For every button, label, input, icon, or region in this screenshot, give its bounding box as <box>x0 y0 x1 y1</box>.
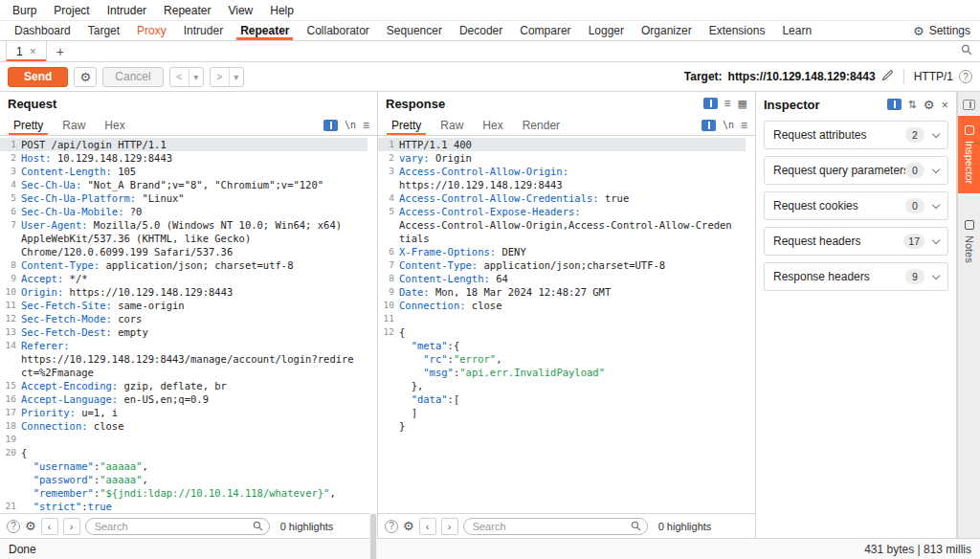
menu-item[interactable]: Repeater <box>155 2 219 19</box>
main-tab[interactable]: Logger <box>580 21 633 40</box>
main-tab[interactable]: Comparer <box>511 21 579 40</box>
main-tab[interactable]: Sequencer <box>378 21 451 40</box>
gear-icon: ⚙ <box>80 71 92 83</box>
chevron-down-icon: ▾ <box>189 68 203 86</box>
inspector-section[interactable]: Request query parameters 0 <box>764 156 948 185</box>
menubar: Burp Project Intruder Repeater View Help <box>0 0 980 21</box>
session-tab-1[interactable]: 1 × <box>6 41 47 61</box>
main-tab[interactable]: Intruder <box>175 21 232 40</box>
main-tab[interactable]: Dashboard <box>6 21 79 40</box>
request-panel-title: Request <box>8 97 56 111</box>
request-view-tab[interactable]: Pretty <box>4 115 53 135</box>
forward-icon: > <box>211 68 230 86</box>
edit-target-icon[interactable] <box>881 69 894 84</box>
search-icon <box>631 521 641 533</box>
settings-label: Settings <box>929 24 970 37</box>
next-match-button[interactable]: › <box>441 518 458 535</box>
menu-item[interactable]: Help <box>261 2 302 19</box>
status-text: Done <box>9 543 36 556</box>
add-tab-button[interactable]: + <box>47 41 74 61</box>
inspector-layout-icon[interactable] <box>887 99 902 110</box>
inspector-settings-icon[interactable]: ⚙ <box>924 99 935 111</box>
show-newlines-icon[interactable]: \n <box>723 120 734 130</box>
response-panel: Response ≡ ▦ Pretty Raw Hex <box>378 92 756 538</box>
send-settings-button[interactable]: ⚙ <box>74 67 97 87</box>
side-tab[interactable]: Notes <box>958 211 980 273</box>
side-tab[interactable]: Inspector <box>958 116 980 193</box>
main-tab[interactable]: Extensions <box>701 21 774 40</box>
help-icon[interactable]: ? <box>7 520 20 533</box>
response-view-tab[interactable]: Pretty <box>382 115 431 135</box>
search-settings-icon[interactable]: ⚙ <box>403 520 414 532</box>
next-match-button[interactable]: › <box>63 518 80 535</box>
response-panel-title: Response <box>386 97 445 111</box>
prev-match-button[interactable]: ‹ <box>419 518 436 535</box>
close-tab-icon[interactable]: × <box>30 45 36 58</box>
inspector-section-label: Request attributes <box>773 128 905 142</box>
layout-columns-icon[interactable] <box>703 98 718 109</box>
status-bar: Done 431 bytes | 813 millis <box>0 538 980 559</box>
syntax-view-icon[interactable] <box>702 120 716 131</box>
request-view-tab[interactable]: Hex <box>95 115 134 135</box>
search-settings-icon[interactable]: ⚙ <box>25 520 36 532</box>
menu-item[interactable]: View <box>219 2 261 19</box>
help-icon[interactable]: ? <box>385 520 398 533</box>
menu-item[interactable]: Burp <box>4 2 45 19</box>
syntax-view-icon[interactable] <box>323 120 338 131</box>
back-history-button[interactable]: < ▾ <box>169 67 204 87</box>
response-view-tab[interactable]: Render <box>513 115 569 135</box>
cancel-button[interactable]: Cancel <box>102 67 163 87</box>
side-tab-icon <box>965 220 974 230</box>
layout-grid-icon[interactable]: ▦ <box>738 99 747 109</box>
main-tab[interactable]: Learn <box>773 21 820 40</box>
editor-menu-icon[interactable]: ≡ <box>363 120 369 131</box>
close-icon[interactable]: × <box>941 98 948 112</box>
chevron-down-icon <box>932 271 940 279</box>
request-search-bar: ? ⚙ ‹ › 0 highlights <box>0 513 377 538</box>
inspector-section[interactable]: Request attributes 2 <box>764 121 948 149</box>
main-tab[interactable]: Decoder <box>451 21 511 40</box>
collapse-all-icon[interactable]: ⇅ <box>908 100 917 110</box>
repeater-toolbar: Send ⚙ Cancel < ▾ > ▾ Target: https://10… <box>0 62 980 92</box>
back-icon: < <box>170 68 189 86</box>
main-tab[interactable]: Proxy <box>128 21 175 40</box>
dock-panel-icon[interactable] <box>963 100 975 110</box>
request-scrollbar[interactable] <box>369 513 377 559</box>
main-tab-bar: Dashboard Target Proxy Intruder Repeater… <box>0 21 980 41</box>
editor-menu-icon[interactable]: ≡ <box>741 120 747 131</box>
request-search-input[interactable] <box>85 518 270 535</box>
prev-match-button[interactable]: ‹ <box>41 518 58 535</box>
inspector-section[interactable]: Response headers 9 <box>764 262 948 291</box>
inspector-section-count: 17 <box>903 234 924 249</box>
inspector-section-label: Request headers <box>773 235 903 248</box>
main-tab[interactable]: Collaborator <box>298 21 377 40</box>
chevron-down-icon: ▾ <box>230 68 243 86</box>
response-view-tab[interactable]: Hex <box>473 115 512 135</box>
main-tab[interactable]: Repeater <box>232 21 298 40</box>
gear-icon: ⚙ <box>913 25 924 37</box>
request-editor[interactable]: 1POST /api/login HTTP/1.12Host: 10.129.1… <box>0 136 377 513</box>
response-viewer[interactable]: 1HTTP/1.1 4002vary: Origin3Access-Contro… <box>378 136 755 513</box>
inspector-section-count: 0 <box>905 198 924 213</box>
menu-item[interactable]: Project <box>45 2 98 19</box>
side-tab-icon <box>965 125 974 135</box>
help-icon[interactable]: ? <box>959 70 972 83</box>
main-tab[interactable]: Organizer <box>633 21 701 40</box>
send-button[interactable]: Send <box>8 67 68 87</box>
main-tab[interactable]: Target <box>79 21 128 40</box>
http-version-selector[interactable]: HTTP/1 <box>914 70 953 83</box>
response-search-input[interactable] <box>463 518 648 535</box>
inspector-panel: Inspector ⇅ ⚙ × Request attributes 2 Req… <box>756 92 957 538</box>
show-newlines-icon[interactable]: \n <box>345 120 356 130</box>
layout-rows-icon[interactable]: ≡ <box>724 98 731 109</box>
forward-history-button[interactable]: > ▾ <box>210 67 244 87</box>
inspector-section[interactable]: Request headers 17 <box>764 227 948 256</box>
request-panel: Request Pretty Raw Hex \n ≡ <box>0 92 378 538</box>
search-icon[interactable] <box>961 44 972 58</box>
request-view-tab[interactable]: Raw <box>53 115 95 135</box>
response-view-tab[interactable]: Raw <box>431 115 473 135</box>
menu-item[interactable]: Intruder <box>99 2 155 19</box>
settings-button[interactable]: ⚙ Settings <box>903 21 980 40</box>
session-tab-label: 1 <box>16 45 23 58</box>
inspector-section[interactable]: Request cookies 0 <box>764 191 948 220</box>
